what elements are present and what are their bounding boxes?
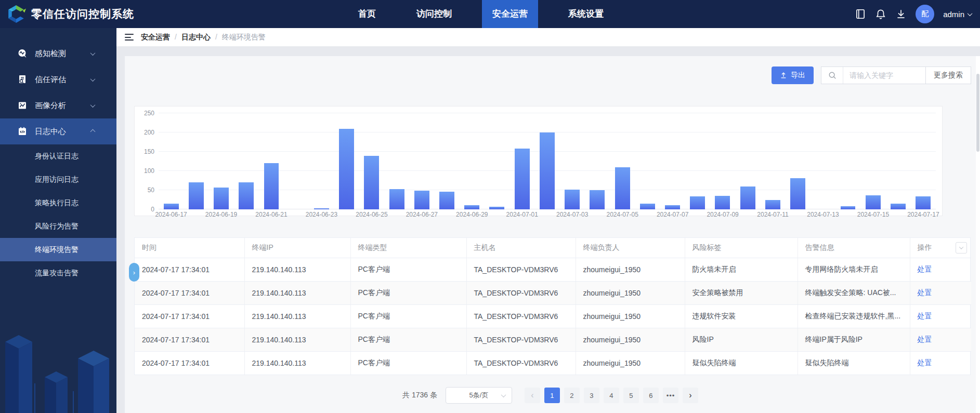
bell-icon[interactable] xyxy=(875,8,886,20)
cell-action: 处置 xyxy=(910,351,971,375)
bar xyxy=(540,132,555,209)
sidebar-item-信任评估[interactable]: 信任评估 xyxy=(0,66,116,92)
sidebar-subitem-流量攻击告警[interactable]: 流量攻击告警 xyxy=(0,261,116,285)
cell-time: 2024-07-17 17:34:01 xyxy=(135,328,244,351)
sidebar-subitem-应用访问日志[interactable]: 应用访问日志 xyxy=(0,168,116,191)
handle-link[interactable]: 处置 xyxy=(918,358,932,367)
bar xyxy=(841,206,856,209)
x-axis-label: 2024-07-01 xyxy=(506,211,538,218)
table-header-row: 时间终端IP终端类型主机名终端负责人风险标签告警信息操作 xyxy=(135,238,971,258)
column-header-终端IP: 终端IP xyxy=(244,238,350,258)
sidebar-subitem-风险行为告警[interactable]: 风险行为告警 xyxy=(0,215,116,238)
nav-item-系统设置[interactable]: 系统设置 xyxy=(558,0,614,28)
content-area: 安全运营/日志中心/终端环境告警 导出 更多搜索 050100150200250… xyxy=(116,28,980,413)
cell-ip: 219.140.140.113 xyxy=(244,258,350,281)
handle-link[interactable]: 处置 xyxy=(918,265,932,273)
export-button[interactable]: 导出 xyxy=(772,66,814,84)
nav-item-首页[interactable]: 首页 xyxy=(348,0,386,28)
sidebar-nav: 感知检测信任评估画像分析日志中心身份认证日志应用访问日志策略执行日志风险行为告警… xyxy=(0,28,116,285)
y-axis-label: 0 xyxy=(137,206,154,213)
cell-ip: 219.140.140.113 xyxy=(244,351,350,375)
user-menu[interactable]: admin xyxy=(943,10,972,19)
bar-slot xyxy=(509,113,534,209)
page-button-3[interactable]: 3 xyxy=(584,388,599,403)
breadcrumb-item[interactable]: 安全运营 xyxy=(141,33,170,41)
bar xyxy=(765,200,780,209)
next-page-button[interactable]: › xyxy=(683,388,698,403)
bar xyxy=(389,189,404,209)
bar xyxy=(264,163,279,209)
sidebar-subitem-身份认证日志[interactable]: 身份认证日志 xyxy=(0,144,116,168)
cell-owner: zhoumeigui_1950 xyxy=(576,328,685,351)
bar-slot xyxy=(835,113,860,209)
page-button-1[interactable]: 1 xyxy=(544,388,560,403)
bar-slot xyxy=(660,113,685,209)
column-settings-button[interactable] xyxy=(956,242,967,254)
bar xyxy=(414,191,429,209)
more-pages-button[interactable]: ••• xyxy=(663,388,678,403)
top-right-tools: 配 admin xyxy=(855,0,972,28)
search-icon[interactable] xyxy=(821,67,843,84)
x-axis-label: 2024-06-21 xyxy=(255,211,287,218)
download-icon[interactable] xyxy=(895,8,907,20)
y-axis-label: 250 xyxy=(137,110,154,117)
page-button-2[interactable]: 2 xyxy=(564,388,580,403)
chevron-down-icon xyxy=(90,102,96,108)
cell-action: 处置 xyxy=(910,281,971,304)
page-button-6[interactable]: 6 xyxy=(643,388,659,403)
scrollbar-thumb[interactable] xyxy=(976,74,979,152)
cell-info: 终端IP属于风险IP xyxy=(798,328,910,351)
cell-type: PC客户端 xyxy=(350,351,466,375)
sidebar-subitem-终端环境告警[interactable]: 终端环境告警 xyxy=(0,238,116,261)
bar xyxy=(439,192,454,209)
page-button-5[interactable]: 5 xyxy=(623,388,639,403)
bar xyxy=(891,204,906,209)
nav-item-访问控制[interactable]: 访问控制 xyxy=(406,0,462,28)
page-button-4[interactable]: 4 xyxy=(604,388,619,403)
cell-host: TA_DESKTOP-VDM3RV6 xyxy=(466,351,576,375)
collapse-menu-icon[interactable] xyxy=(125,34,134,41)
bar-slot xyxy=(710,113,735,209)
sidebar-subitem-策略执行日志[interactable]: 策略执行日志 xyxy=(0,191,116,215)
bar-slot xyxy=(284,113,309,209)
bar xyxy=(690,196,705,209)
sidebar-item-日志中心[interactable]: 日志中心 xyxy=(0,118,116,144)
bar-slot xyxy=(184,113,208,209)
sidebar-item-画像分析[interactable]: 画像分析 xyxy=(0,92,116,118)
sidebar-item-感知检测[interactable]: 感知检测 xyxy=(0,41,116,66)
sidebar-item-label: 日志中心 xyxy=(35,127,66,137)
cell-ip: 219.140.140.113 xyxy=(244,281,350,304)
x-axis-label: 2024-07-07 xyxy=(657,211,688,218)
handle-link[interactable]: 处置 xyxy=(918,312,932,320)
column-header-风险标签: 风险标签 xyxy=(685,238,798,258)
bar-slot xyxy=(409,113,434,209)
breadcrumb-item[interactable]: 日志中心 xyxy=(181,33,211,41)
pagination: 共 1736 条 5条/页 ‹123456•••› xyxy=(125,387,976,404)
breadcrumb: 安全运营/日志中心/终端环境告警 xyxy=(141,32,266,42)
notebook-icon[interactable] xyxy=(855,8,866,20)
x-axis-label: 2024-07-09 xyxy=(707,211,738,218)
bar xyxy=(515,149,530,209)
page-size-select[interactable]: 5条/页 xyxy=(446,387,512,404)
sidebar: 感知检测信任评估画像分析日志中心身份认证日志应用访问日志策略执行日志风险行为告警… xyxy=(0,28,116,413)
username: admin xyxy=(943,10,964,19)
nav-item-安全运营[interactable]: 安全运营 xyxy=(482,0,538,28)
scrollbar-track[interactable] xyxy=(976,56,980,413)
column-header-时间: 时间 xyxy=(135,238,244,258)
more-search-button[interactable]: 更多搜索 xyxy=(925,67,971,84)
breadcrumb-separator: / xyxy=(215,33,217,41)
total-count: 共 1736 条 xyxy=(402,391,437,400)
table-row: 2024-07-17 17:34:01219.140.140.113PC客户端T… xyxy=(135,304,971,328)
cell-host: TA_DESKTOP-VDM3RV6 xyxy=(466,328,576,351)
bar-slot xyxy=(760,113,785,209)
expand-handle[interactable]: › xyxy=(129,263,139,282)
prev-page-button[interactable]: ‹ xyxy=(525,388,540,403)
column-header-告警信息: 告警信息 xyxy=(798,238,910,258)
handle-link[interactable]: 处置 xyxy=(918,335,932,343)
bar-slot xyxy=(811,113,835,209)
handle-link[interactable]: 处置 xyxy=(918,288,932,297)
y-axis-label: 150 xyxy=(137,148,154,155)
avatar[interactable]: 配 xyxy=(916,5,934,23)
search-input[interactable] xyxy=(843,67,925,84)
cell-host: TA_DESKTOP-VDM3RV6 xyxy=(466,281,576,304)
